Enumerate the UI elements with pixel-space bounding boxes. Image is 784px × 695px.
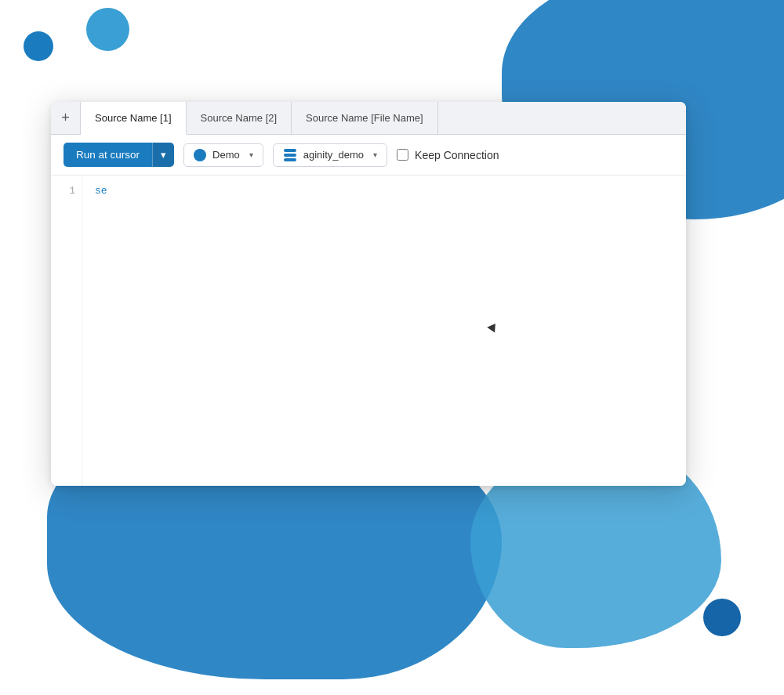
tab-source-2[interactable]: Source Name [2]	[187, 102, 292, 134]
run-button-group: Run at cursor ▾	[64, 143, 174, 167]
line-numbers: 1	[51, 176, 82, 486]
keep-connection-label[interactable]: Keep Connection	[397, 149, 499, 161]
line-number-1: 1	[60, 185, 75, 197]
run-at-cursor-button[interactable]: Run at cursor	[64, 143, 152, 167]
connection-dropdown[interactable]: Demo ▾	[183, 143, 263, 167]
chevron-down-icon: ▾	[161, 149, 166, 161]
database-icon	[283, 149, 297, 161]
circle-top-left-1	[86, 8, 129, 51]
connection-value: Demo	[212, 149, 240, 161]
chevron-down-icon: ▾	[249, 150, 253, 159]
database-value: aginity_demo	[303, 149, 364, 161]
run-dropdown-arrow[interactable]: ▾	[152, 143, 174, 167]
code-editor[interactable]: se	[82, 176, 686, 486]
add-tab-button[interactable]: +	[51, 102, 81, 134]
keep-connection-text: Keep Connection	[415, 149, 499, 161]
tab-source-1[interactable]: Source Name [1]	[81, 102, 187, 135]
circle-bottom-right	[703, 599, 741, 636]
keep-connection-checkbox[interactable]	[397, 149, 408, 161]
tab-source-file[interactable]: Source Name [File Name]	[292, 102, 438, 134]
database-dropdown[interactable]: aginity_demo ▾	[273, 143, 387, 167]
connection-icon	[194, 149, 206, 161]
code-editor-area: 1 se	[51, 176, 686, 486]
circle-top-left-2	[24, 31, 53, 61]
tab-bar: + Source Name [1] Source Name [2] Source…	[51, 102, 686, 135]
chevron-down-icon: ▾	[373, 150, 377, 159]
editor-window: + Source Name [1] Source Name [2] Source…	[51, 102, 686, 486]
toolbar: Run at cursor ▾ Demo ▾ aginity_demo ▾ Ke…	[51, 135, 686, 176]
